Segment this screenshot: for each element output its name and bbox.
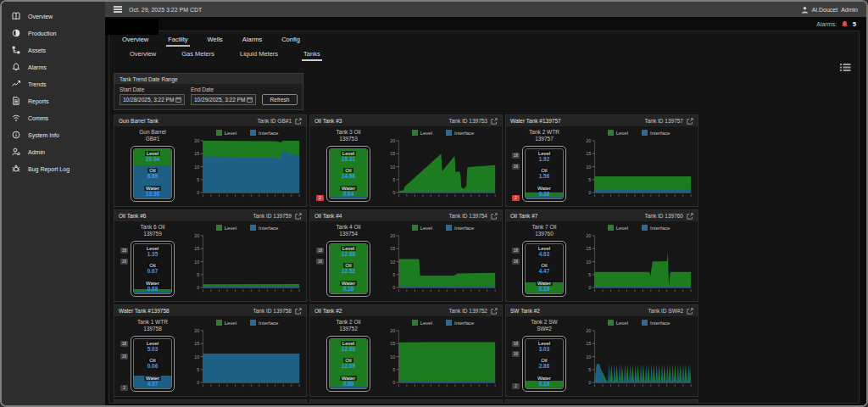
- open-tank-detail-icon[interactable]: [491, 213, 498, 220]
- tank-level-reading: Level20.04: [134, 151, 171, 162]
- sidebar-item-admin[interactable]: Admin: [2, 143, 105, 160]
- subtab-gas-meters[interactable]: Gas Meters: [178, 47, 218, 61]
- tank-trend-date-range: Tank Trend Date Range Start Date 10/28/2…: [114, 73, 303, 110]
- alarm-bell-icon[interactable]: [841, 20, 849, 28]
- alarm-count: 5: [853, 21, 856, 27]
- tank-setpoint-badge: 16: [120, 354, 128, 360]
- tank-setpoint-badge: 16: [120, 259, 128, 265]
- open-tank-detail-icon[interactable]: [491, 403, 498, 404]
- tank-name: Water Tank #139758: [119, 308, 170, 314]
- svg-text:15: 15: [194, 246, 199, 251]
- tab-alarms[interactable]: Alarms: [239, 33, 265, 47]
- tank-oil-value: 2.86: [526, 363, 563, 369]
- tank-id: Tank ID 139760: [644, 213, 693, 220]
- tank-water-reading: Water0.60: [330, 376, 367, 387]
- open-tank-detail-icon[interactable]: [687, 118, 693, 125]
- sidebar-item-comms[interactable]: Comms: [2, 109, 105, 126]
- tank-oil-reading: Oil1.56: [526, 168, 563, 179]
- legend-interface-swatch: [250, 130, 256, 136]
- end-date-input[interactable]: 10/29/2025, 3:22 PM: [191, 94, 256, 105]
- sidebar-item-alarms[interactable]: Alarms: [2, 59, 105, 75]
- facility-panel: Overview Facility Wells Alarms Config Ov…: [108, 31, 860, 404]
- tab-wells[interactable]: Wells: [204, 33, 226, 47]
- svg-text:15: 15: [194, 341, 199, 346]
- tank-setpoint-badge: 18: [316, 248, 324, 254]
- start-date-input[interactable]: 10/28/2025, 3:22 PM: [120, 94, 185, 105]
- open-tank-detail-icon[interactable]: [295, 118, 302, 125]
- list-view-icon[interactable]: [840, 63, 851, 72]
- open-tank-detail-icon[interactable]: [295, 213, 302, 220]
- tab-config[interactable]: Config: [278, 33, 303, 47]
- sidebar-item-assets[interactable]: Assets: [2, 42, 105, 59]
- svg-text:0: 0: [392, 190, 395, 195]
- open-tank-detail-icon[interactable]: [295, 308, 302, 315]
- legend-level-label: Level: [420, 226, 432, 231]
- sidebar-item-overview[interactable]: Overview: [2, 8, 105, 25]
- tank-card-header: Oil Tank #7Tank ID 139760: [506, 210, 698, 221]
- user-menu[interactable]: Al.Doucet Admin: [801, 6, 858, 14]
- tank-setpoint-badge: 16: [512, 259, 520, 265]
- tank-water-value: 0.16: [526, 286, 563, 292]
- tank-trend-chart: 20151050: [191, 327, 303, 394]
- open-tank-detail-icon[interactable]: [491, 308, 498, 315]
- tab-facility[interactable]: Facility: [164, 33, 191, 47]
- tank-level-value: 1.92: [526, 156, 563, 162]
- chart-legend: LevelInterface: [191, 318, 303, 327]
- subtab-tanks[interactable]: Tanks: [300, 47, 324, 61]
- tank-level-value: 12.68: [330, 251, 367, 257]
- tank-card: Oil Tank #4Tank ID 139754Tank 4 Oil13975…: [309, 209, 503, 302]
- tank-graphic-column: Tank 2 Oil139752Level12.69Oil12.09Water0…: [310, 316, 387, 396]
- sidebar-item-system-info[interactable]: System Info: [2, 126, 105, 143]
- app-window: Overview Production Assets Alarms Trends…: [0, 0, 868, 407]
- legend-interface: Interface: [250, 320, 278, 326]
- open-tank-detail-icon[interactable]: [491, 118, 498, 125]
- legend-interface-label: Interface: [454, 226, 474, 231]
- svg-text:10: 10: [586, 164, 591, 169]
- tank-card-header: Oil Tank #5Tank ID 139755: [506, 400, 698, 404]
- tank-water-value: 13.36: [134, 191, 171, 197]
- tank-water-reading: Water0.16: [330, 281, 367, 292]
- start-date-field: Start Date 10/28/2025, 3:22 PM: [120, 86, 185, 105]
- tank-water-reading: Water4.97: [134, 376, 171, 387]
- tank-graphic: Level3.03Oil2.86Water0.16: [522, 336, 566, 392]
- sidebar-item-production[interactable]: Production: [2, 25, 105, 42]
- hamburger-menu-icon[interactable]: [114, 5, 122, 14]
- legend-interface-swatch: [446, 130, 452, 136]
- tank-trend-chart: 20151050: [191, 232, 303, 299]
- tank-level-value: 5.03: [134, 346, 171, 352]
- legend-level: Level: [608, 130, 628, 136]
- svg-text:5: 5: [588, 367, 591, 372]
- tank-card-header: Oil Tank #1Tank ID 139751: [310, 400, 502, 404]
- tank-graphic-wrap: Level5.03Oil0.06Water4.9718162: [131, 336, 175, 392]
- svg-text:5: 5: [588, 272, 591, 277]
- subtab-liquid-meters[interactable]: Liquid Meters: [236, 47, 281, 61]
- sidebar-item-bug-report-log[interactable]: Bug Report Log: [2, 160, 105, 177]
- open-tank-detail-icon[interactable]: [687, 213, 693, 220]
- tank-graphic: Level1.92Oil1.56Water0.36: [522, 146, 566, 202]
- legend-interface: Interface: [250, 130, 278, 136]
- sidebar-item-trends[interactable]: Trends: [2, 75, 105, 92]
- legend-interface-label: Interface: [650, 226, 670, 231]
- tank-name: Oil Tank #6: [119, 213, 146, 219]
- tank-readings: Level3.03Oil2.86Water0.16: [526, 339, 563, 388]
- tank-oil-value: 6.69: [134, 173, 171, 179]
- tank-id-text: Tank ID 139752: [448, 308, 487, 314]
- subtab-overview[interactable]: Overview: [126, 47, 159, 61]
- tank-graphic: Level1.35Oil0.67Water0.68: [131, 241, 175, 297]
- open-tank-detail-icon[interactable]: [295, 403, 302, 404]
- tank-graphic-wrap: Level3.03Oil2.86Water0.1618162: [522, 336, 566, 392]
- refresh-button[interactable]: Refresh: [262, 94, 298, 105]
- svg-text:15: 15: [390, 246, 395, 251]
- tank-id-text: Tank ID SW#2: [648, 308, 683, 314]
- tank-card-body: Tank 4 Oil139754Level12.68Oil12.52Water0…: [310, 221, 502, 301]
- sidebar-item-reports[interactable]: Reports: [2, 92, 105, 109]
- tab-overview[interactable]: Overview: [119, 33, 152, 47]
- tank-level-reading: Level4.63: [526, 246, 563, 257]
- open-tank-detail-icon[interactable]: [687, 308, 693, 315]
- tank-title: Tank 6 Oil139759: [141, 224, 165, 238]
- svg-text:0: 0: [588, 285, 591, 290]
- tank-card-header: Oil Tank #6Tank ID 139759: [114, 210, 306, 221]
- svg-text:15: 15: [586, 151, 591, 156]
- tank-graphic: Level12.68Oil12.52Water0.16: [326, 241, 370, 297]
- open-tank-detail-icon[interactable]: [687, 403, 693, 404]
